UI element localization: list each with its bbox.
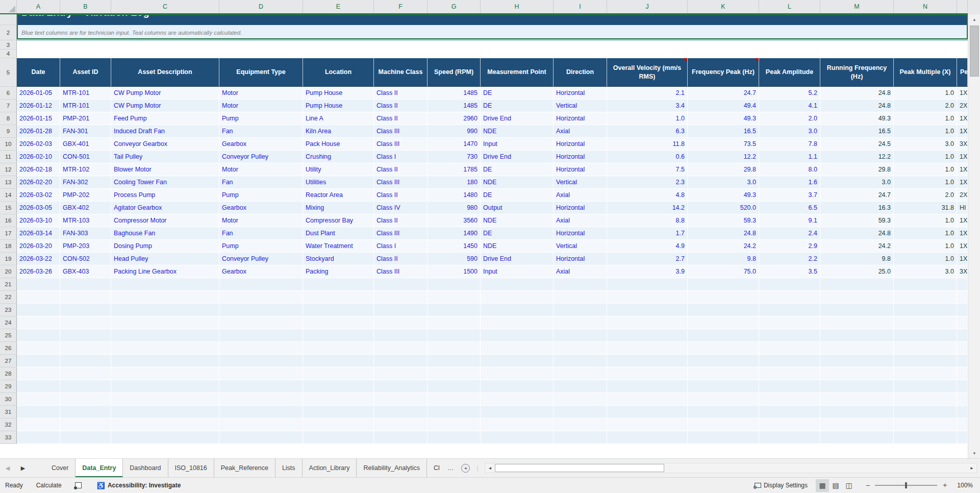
- column-header-strip[interactable]: ABCDEFGHIJKLMN: [0, 0, 968, 14]
- cell[interactable]: [607, 418, 688, 431]
- row-header-30[interactable]: 30: [0, 393, 17, 406]
- column-header-cell[interactable]: Asset Description: [111, 58, 219, 87]
- cell[interactable]: [428, 418, 481, 431]
- status-calculate[interactable]: Calculate: [36, 482, 62, 489]
- cell[interactable]: 3X: [957, 138, 968, 151]
- cell[interactable]: 2960: [428, 112, 481, 125]
- cell[interactable]: [219, 367, 303, 380]
- cell[interactable]: [428, 406, 481, 418]
- cell[interactable]: [111, 367, 219, 380]
- cell[interactable]: [957, 380, 968, 393]
- column-header-cell[interactable]: Date: [17, 58, 60, 87]
- cell[interactable]: 1485: [428, 87, 481, 100]
- column-header-A[interactable]: A: [17, 0, 60, 13]
- cell[interactable]: CON-502: [60, 253, 111, 265]
- cell[interactable]: [759, 304, 820, 316]
- cell[interactable]: [111, 355, 219, 367]
- cell[interactable]: 2026-03-02: [17, 189, 60, 202]
- cell[interactable]: 3.7: [759, 189, 820, 202]
- cell[interactable]: [481, 342, 554, 355]
- cell[interactable]: Output: [481, 202, 554, 214]
- cell[interactable]: 180: [428, 176, 481, 189]
- sheet-note[interactable]: Blue text columns are for technician inp…: [17, 25, 968, 40]
- cell[interactable]: 1X: [957, 240, 968, 253]
- cell[interactable]: CON-501: [60, 151, 111, 163]
- cell[interactable]: [428, 342, 481, 355]
- cell[interactable]: Process Pump: [111, 189, 219, 202]
- cell[interactable]: 2.9: [759, 240, 820, 253]
- cell[interactable]: [219, 291, 303, 304]
- cell[interactable]: Drive End: [481, 253, 554, 265]
- cell[interactable]: [481, 278, 554, 291]
- cell[interactable]: Class II: [374, 253, 428, 265]
- cell[interactable]: Packing: [303, 265, 374, 278]
- cell[interactable]: 2026-03-20: [17, 240, 60, 253]
- cell[interactable]: [303, 278, 374, 291]
- cell[interactable]: [17, 342, 60, 355]
- cell[interactable]: [374, 355, 428, 367]
- cell[interactable]: [60, 418, 111, 431]
- sheet-tab-reliability_analytics[interactable]: Reliability_Analytics: [357, 459, 426, 477]
- cell[interactable]: [60, 406, 111, 418]
- column-header-cell[interactable]: Peak Amplitude: [759, 58, 820, 87]
- row-header-6[interactable]: 6: [0, 87, 17, 100]
- cell[interactable]: [481, 304, 554, 316]
- tab-overflow-ellipsis[interactable]: …: [444, 459, 458, 477]
- cell[interactable]: [303, 342, 374, 355]
- cell[interactable]: [428, 355, 481, 367]
- cell[interactable]: [374, 291, 428, 304]
- cell[interactable]: [111, 418, 219, 431]
- cell[interactable]: [554, 316, 607, 329]
- cell[interactable]: 2026-02-18: [17, 163, 60, 176]
- cell[interactable]: NDE: [481, 125, 554, 138]
- row-header-14[interactable]: 14: [0, 189, 17, 202]
- cell[interactable]: 24.7: [820, 189, 894, 202]
- row-header-16[interactable]: 16: [0, 214, 17, 227]
- cell[interactable]: 3.9: [607, 265, 688, 278]
- cell[interactable]: 2.3: [607, 176, 688, 189]
- row-header-7[interactable]: 7: [0, 100, 17, 112]
- empty-row[interactable]: [17, 50, 968, 58]
- cell[interactable]: Input: [481, 138, 554, 151]
- cell[interactable]: 1X: [957, 112, 968, 125]
- column-header-I[interactable]: I: [554, 0, 607, 13]
- cell[interactable]: Pump House: [303, 87, 374, 100]
- cell[interactable]: [607, 380, 688, 393]
- cell[interactable]: Class II: [374, 112, 428, 125]
- row-header-12[interactable]: 12: [0, 163, 17, 176]
- cell[interactable]: [428, 329, 481, 342]
- cell[interactable]: [820, 342, 894, 355]
- cell[interactable]: [894, 380, 957, 393]
- cell[interactable]: [554, 291, 607, 304]
- cell[interactable]: [894, 291, 957, 304]
- scroll-up-icon[interactable]: ▲: [968, 14, 980, 24]
- cell[interactable]: [374, 367, 428, 380]
- cell[interactable]: [111, 304, 219, 316]
- cell[interactable]: 49.3: [688, 112, 759, 125]
- cell[interactable]: Reactor Area: [303, 189, 374, 202]
- cell[interactable]: 1X: [957, 151, 968, 163]
- cell[interactable]: 1490: [428, 227, 481, 240]
- cell[interactable]: Class III: [374, 138, 428, 151]
- cell[interactable]: Water Treatment: [303, 240, 374, 253]
- cell[interactable]: Gearbox: [219, 138, 303, 151]
- cell[interactable]: [428, 431, 481, 444]
- cell[interactable]: 1.6: [759, 176, 820, 189]
- cell[interactable]: [111, 393, 219, 406]
- row-header-9[interactable]: 9: [0, 125, 17, 138]
- column-header-M[interactable]: M: [820, 0, 894, 13]
- cell[interactable]: Conveyor Pulley: [219, 253, 303, 265]
- cell[interactable]: 2.1: [607, 87, 688, 100]
- cell[interactable]: [111, 291, 219, 304]
- cell[interactable]: 7.8: [759, 138, 820, 151]
- cell[interactable]: 59.3: [688, 214, 759, 227]
- cell[interactable]: Input: [481, 265, 554, 278]
- cell[interactable]: Gearbox: [219, 265, 303, 278]
- cell[interactable]: 1480: [428, 189, 481, 202]
- cell[interactable]: Tail Pulley: [111, 151, 219, 163]
- cell[interactable]: [219, 355, 303, 367]
- column-header-B[interactable]: B: [60, 0, 111, 13]
- cell[interactable]: [428, 393, 481, 406]
- cell[interactable]: [60, 316, 111, 329]
- cell[interactable]: [60, 393, 111, 406]
